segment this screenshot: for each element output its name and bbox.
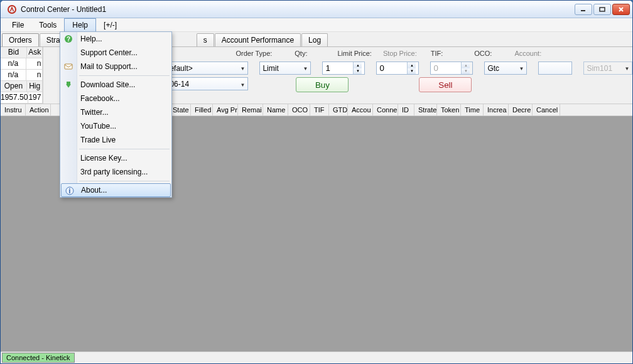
column-header[interactable]: Token [437, 104, 461, 115]
status-connection: Connected - Kinetick [2, 353, 75, 363]
maximize-button[interactable] [593, 4, 611, 15]
help-menu-about[interactable]: i About... [61, 183, 171, 197]
limit-spinner[interactable]: ▲▼ [376, 62, 419, 75]
column-header[interactable]: Strate [414, 104, 437, 115]
minimize-button[interactable] [575, 4, 592, 15]
column-header[interactable]: OCO [288, 104, 310, 115]
menu-tools[interactable]: Tools [31, 18, 64, 31]
qty-down[interactable]: ▼ [354, 68, 362, 75]
date-combo[interactable]: 06-14 [166, 77, 248, 90]
column-header[interactable]: Time [461, 104, 484, 115]
label-stop: Stop Price: [383, 50, 417, 59]
column-header[interactable]: Filled [191, 104, 213, 115]
window-title: Control Center - Untitled1 [21, 5, 575, 14]
help-menu-3rdparty[interactable]: 3rd party licensing... [60, 165, 171, 179]
column-header[interactable]: Action [26, 104, 51, 115]
column-header[interactable]: Accou [348, 104, 373, 115]
app-icon [7, 4, 17, 14]
column-header[interactable]: Increa [484, 104, 509, 115]
help-menu-download[interactable]: Download Site... [60, 78, 171, 92]
info-icon: i [65, 186, 75, 196]
quote-grid: BidAsk n/an n/an OpenHig 1957.50197 [1, 47, 43, 104]
help-menu-support[interactable]: Support Center... [60, 46, 171, 60]
svg-text:i: i [69, 188, 71, 195]
menu-help[interactable]: Help [64, 18, 96, 31]
svg-rect-5 [65, 64, 72, 69]
download-icon [63, 80, 73, 90]
svg-rect-2 [600, 8, 605, 11]
ordertype-combo[interactable]: Limit [259, 62, 311, 75]
account-combo: Sim101 [583, 62, 632, 75]
cell-bid1: n/a [1, 58, 26, 69]
help-menu: ? Help... Support Center... Mail to Supp… [60, 31, 172, 198]
stop-spinner: ▲▼ [430, 62, 473, 75]
help-menu-mail[interactable]: Mail to Support... [60, 60, 171, 73]
label-ordertype: Order Type: [235, 50, 272, 59]
column-header[interactable]: State [169, 104, 191, 115]
column-header[interactable]: Name [263, 104, 288, 115]
label-oco: OCO: [474, 50, 492, 59]
column-header[interactable]: Conne [373, 104, 398, 115]
help-menu-help[interactable]: ? Help... [60, 32, 171, 46]
titlebar: Control Center - Untitled1 [1, 1, 632, 18]
qty-spinner[interactable]: ▲▼ [322, 62, 365, 75]
close-button[interactable] [612, 4, 630, 15]
label-tif: TIF: [431, 50, 443, 59]
label-account: Account: [514, 50, 541, 59]
statusbar: Connected - Kinetick [1, 351, 632, 363]
column-header[interactable]: Cancel [533, 104, 560, 115]
default-combo[interactable]: efault> [166, 62, 248, 75]
column-header[interactable]: ID [398, 104, 414, 115]
column-header[interactable]: Avg Pr [213, 104, 238, 115]
help-menu-trade-live[interactable]: Trade Live [60, 133, 171, 147]
svg-text:?: ? [67, 36, 70, 43]
help-icon: ? [63, 34, 73, 44]
qty-up[interactable]: ▲ [354, 62, 362, 68]
buy-button[interactable]: Buy [296, 77, 349, 92]
tab-partial[interactable]: s [197, 33, 214, 46]
help-menu-youtube[interactable]: YouTube... [60, 119, 171, 133]
tab-log[interactable]: Log [301, 33, 328, 46]
menubar: File Tools Help [+/-] [1, 18, 632, 32]
menu-file[interactable]: File [4, 18, 31, 31]
cell-bid2: n/a [1, 70, 26, 80]
tab-orders[interactable]: Orders [2, 33, 39, 46]
tab-account-performance[interactable]: Account Performance [215, 33, 301, 46]
mail-icon [63, 62, 73, 72]
label-qty: Qty: [295, 50, 307, 59]
label-limit: Limit Price: [337, 50, 371, 59]
column-header[interactable]: GTD [329, 104, 348, 115]
oco-input[interactable] [538, 62, 572, 75]
separator [60, 73, 171, 78]
help-menu-twitter[interactable]: Twitter... [60, 105, 171, 119]
column-header[interactable]: TIF [310, 104, 329, 115]
menu-plusminus[interactable]: [+/-] [96, 18, 124, 31]
separator [60, 147, 171, 151]
help-menu-license[interactable]: License Key... [60, 151, 171, 165]
column-header[interactable]: Instru [1, 104, 26, 115]
sell-button[interactable]: Sell [419, 77, 472, 92]
column-header[interactable]: Remai [238, 104, 263, 115]
hdr-bid: Bid [1, 47, 27, 58]
column-header[interactable]: Decre [509, 104, 533, 115]
tif-combo[interactable]: Gtc [484, 62, 527, 75]
hdr-ask: Ask [27, 47, 43, 58]
separator [60, 179, 171, 183]
help-menu-facebook[interactable]: Facebook... [60, 92, 171, 105]
